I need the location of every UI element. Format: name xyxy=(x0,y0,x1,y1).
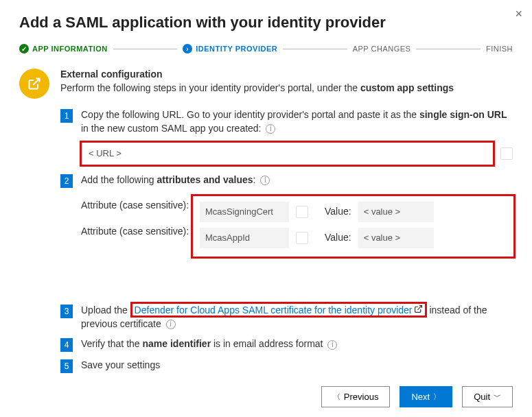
cert-download-link[interactable]: Defender for Cloud Apps SAML certificate… xyxy=(130,302,427,318)
info-icon[interactable]: i xyxy=(327,340,337,350)
chevron-right-icon: 〉 xyxy=(433,392,441,402)
step1-text: Copy the following URL. Go to your ident… xyxy=(81,109,507,134)
section-title: External configuration xyxy=(60,69,454,80)
step-number: 2 xyxy=(60,174,73,188)
next-button[interactable]: Next 〉 xyxy=(400,386,452,407)
step4-text: Verify that the name identifier is in em… xyxy=(81,338,325,349)
step5-text: Save your settings xyxy=(81,359,160,370)
chevron-left-icon: 〈 xyxy=(333,392,340,402)
step-app-changes[interactable]: APP CHANGES xyxy=(353,45,411,53)
quit-button[interactable]: Quit ﹀ xyxy=(462,386,513,407)
step-number: 5 xyxy=(60,359,73,373)
step2-text: Add the following attributes and values: xyxy=(81,174,258,185)
value-label: Value: xyxy=(325,231,351,245)
attr-value-field[interactable]: < value > xyxy=(358,228,434,248)
step-identity-provider[interactable]: › IDENTITY PROVIDER xyxy=(183,44,277,53)
step-number: 4 xyxy=(60,338,73,352)
step-app-information[interactable]: ✓ APP INFORMATION xyxy=(19,44,108,53)
external-link-icon xyxy=(19,69,49,99)
step-label: APP INFORMATION xyxy=(32,45,108,53)
checkmark-icon: ✓ xyxy=(19,44,29,53)
step-label: FINISH xyxy=(486,45,513,53)
copy-icon[interactable] xyxy=(296,232,308,244)
previous-button[interactable]: 〈 Previous xyxy=(321,386,391,407)
attr-label: Attribute (case sensitive): xyxy=(81,225,194,239)
step3-pre: Upload the xyxy=(81,305,130,315)
attr-value-field[interactable]: < value > xyxy=(358,202,434,222)
step-label: APP CHANGES xyxy=(353,45,411,53)
dialog-title: Add a SAML application with your identit… xyxy=(19,14,513,32)
chevron-down-icon: ﹀ xyxy=(494,392,501,402)
sso-url-field[interactable]: < URL > xyxy=(80,141,495,167)
value-label: Value: xyxy=(325,205,351,219)
copy-icon[interactable] xyxy=(500,147,513,160)
step-label: IDENTITY PROVIDER xyxy=(196,45,277,53)
step-number: 1 xyxy=(60,109,73,123)
step-number: 3 xyxy=(60,305,73,318)
info-icon[interactable]: i xyxy=(266,124,275,134)
attr-name-field[interactable]: McasAppId xyxy=(200,228,289,248)
info-icon[interactable]: i xyxy=(166,320,176,329)
external-link-icon xyxy=(414,304,423,318)
step-finish[interactable]: FINISH xyxy=(486,45,513,53)
wizard-stepper: ✓ APP INFORMATION › IDENTITY PROVIDER AP… xyxy=(19,44,513,53)
attr-name-field[interactable]: McasSigningCert xyxy=(200,202,289,222)
close-icon[interactable]: × xyxy=(515,7,522,21)
attr-label: Attribute (case sensitive): xyxy=(81,199,194,213)
copy-icon[interactable] xyxy=(296,206,308,218)
arrow-right-icon: › xyxy=(183,44,192,53)
info-icon[interactable]: i xyxy=(260,176,270,185)
section-description: Perform the following steps in your iden… xyxy=(60,82,454,93)
